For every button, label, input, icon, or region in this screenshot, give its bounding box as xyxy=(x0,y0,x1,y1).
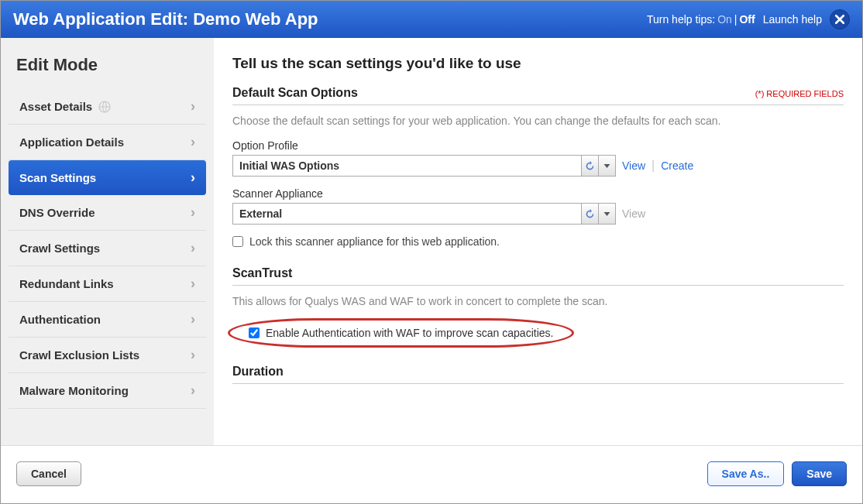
close-icon xyxy=(835,15,844,24)
required-fields-note: (*) REQUIRED FIELDS xyxy=(755,89,844,98)
sidebar-item-label: Application Details xyxy=(19,135,124,149)
help-tips-off[interactable]: Off xyxy=(739,13,755,26)
sidebar-item-redundant-links[interactable]: Redundant Links › xyxy=(9,266,206,302)
option-profile-value: Initial WAS Options xyxy=(239,159,339,172)
scanner-appliance-value: External xyxy=(239,207,282,220)
lock-scanner-row[interactable]: Lock this scanner appliance for this web… xyxy=(232,235,844,248)
cancel-button[interactable]: Cancel xyxy=(16,461,81,486)
option-profile-label: Option Profile xyxy=(232,139,844,152)
sidebar-item-scan-settings[interactable]: Scan Settings › xyxy=(9,160,206,195)
dialog-body: Edit Mode Asset Details › Application De… xyxy=(1,38,862,445)
dropdown-button[interactable] xyxy=(598,204,615,224)
chevron-right-icon: › xyxy=(191,311,195,327)
dialog-footer: Cancel Save As.. Save xyxy=(1,445,862,501)
scantrust-title: ScanTrust xyxy=(232,266,844,286)
refresh-icon xyxy=(585,209,595,219)
chevron-right-icon: › xyxy=(191,382,195,399)
lock-scanner-label: Lock this scanner appliance for this web… xyxy=(249,235,500,248)
option-profile-select[interactable]: Initial WAS Options xyxy=(232,155,616,177)
refresh-icon xyxy=(585,161,595,171)
view-scanner-link: View xyxy=(622,207,645,220)
default-scan-title: Default Scan Options xyxy=(232,86,358,100)
default-scan-title-row: Default Scan Options (*) REQUIRED FIELDS xyxy=(232,86,844,105)
enable-waf-auth-checkbox[interactable] xyxy=(249,327,260,338)
create-profile-link[interactable]: Create xyxy=(661,159,693,172)
footer-right: Save As.. Save xyxy=(707,461,847,486)
scantrust-desc: This allows for Qualys WAS and WAF to wo… xyxy=(232,295,844,307)
close-button[interactable] xyxy=(830,9,850,29)
dropdown-button[interactable] xyxy=(598,156,615,176)
page-heading: Tell us the scan settings you'd like to … xyxy=(232,55,844,72)
sidebar-item-label: Redundant Links xyxy=(19,277,114,290)
chevron-right-icon: › xyxy=(191,240,195,256)
scanner-appliance-label: Scanner Appliance xyxy=(232,187,844,200)
duration-title: Duration xyxy=(232,365,844,384)
sidebar-item-label: Scan Settings xyxy=(19,171,96,184)
sidebar-item-label: Asset Details xyxy=(19,100,92,113)
sidebar-item-dns-override[interactable]: DNS Override › xyxy=(9,195,206,231)
sidebar-item-crawl-settings[interactable]: Crawl Settings › xyxy=(9,231,206,266)
sidebar-item-label: Authentication xyxy=(19,313,101,326)
lock-scanner-checkbox[interactable] xyxy=(232,236,243,247)
chevron-right-icon: › xyxy=(191,170,195,186)
chevron-down-icon xyxy=(602,209,612,219)
enable-waf-auth-row[interactable]: Enable Authentication with WAF to improv… xyxy=(228,318,574,348)
help-tips-toggle: Turn help tips: On | Off xyxy=(647,13,755,26)
chevron-right-icon: › xyxy=(191,276,195,292)
sidebar-item-label: Malware Monitoring xyxy=(19,384,129,397)
chevron-right-icon: › xyxy=(191,347,195,363)
scanner-appliance-row: External View xyxy=(232,203,844,225)
chevron-right-icon: › xyxy=(191,134,195,150)
enable-waf-auth-label: Enable Authentication with WAF to improv… xyxy=(266,327,553,339)
select-controls xyxy=(581,156,615,176)
sidebar-item-application-details[interactable]: Application Details › xyxy=(9,125,206,160)
main-content: Tell us the scan settings you'd like to … xyxy=(214,38,862,445)
sidebar-item-asset-details[interactable]: Asset Details › xyxy=(9,89,206,125)
default-scan-desc: Choose the default scan settings for you… xyxy=(232,115,844,127)
help-tips-on[interactable]: On xyxy=(717,13,732,26)
chevron-down-icon xyxy=(602,161,612,171)
sidebar-item-malware-monitoring[interactable]: Malware Monitoring › xyxy=(9,373,206,409)
dialog-title: Web Application Edit: Demo Web App xyxy=(13,9,318,29)
sidebar-item-crawl-exclusion-lists[interactable]: Crawl Exclusion Lists › xyxy=(9,338,206,373)
save-as-button[interactable]: Save As.. xyxy=(707,461,785,486)
link-separator: | xyxy=(652,159,655,173)
globe-icon xyxy=(98,101,111,113)
chevron-right-icon: › xyxy=(191,204,195,221)
scanner-appliance-select[interactable]: External xyxy=(232,203,616,225)
refresh-button[interactable] xyxy=(581,156,598,176)
select-controls xyxy=(581,204,615,224)
sidebar-item-label: Crawl Settings xyxy=(19,242,100,255)
refresh-button[interactable] xyxy=(581,204,598,224)
sidebar-item-label: DNS Override xyxy=(19,206,95,219)
save-button[interactable]: Save xyxy=(792,461,847,486)
chevron-right-icon: › xyxy=(191,98,195,115)
help-tips-separator: | xyxy=(734,13,738,26)
launch-help-link[interactable]: Launch help xyxy=(763,13,822,26)
sidebar: Edit Mode Asset Details › Application De… xyxy=(1,38,214,445)
view-profile-link[interactable]: View xyxy=(622,159,645,172)
dialog-header: Web Application Edit: Demo Web App Turn … xyxy=(1,1,862,38)
sidebar-title: Edit Mode xyxy=(9,52,206,89)
option-profile-row: Initial WAS Options View | Create xyxy=(232,155,844,177)
help-tips-label: Turn help tips: xyxy=(647,13,715,26)
sidebar-item-label: Crawl Exclusion Lists xyxy=(19,348,139,362)
header-right: Turn help tips: On | Off Launch help xyxy=(647,9,850,29)
sidebar-item-authentication[interactable]: Authentication › xyxy=(9,302,206,338)
